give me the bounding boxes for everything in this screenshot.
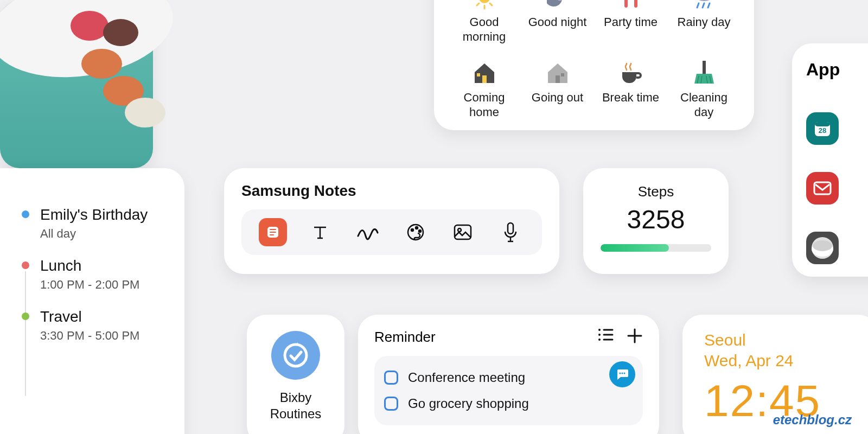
calendar-events-widget[interactable]: Emily's Birthday All day Lunch 1:00 PM -… [0, 168, 184, 434]
routine-coming-home[interactable]: Coming home [450, 60, 518, 119]
broom-icon [691, 60, 717, 86]
svg-rect-12 [624, 0, 628, 8]
routines-widget: Good morning Good night Party time Rainy… [434, 0, 754, 130]
routine-label: Rainy day [678, 15, 731, 29]
routine-going-out[interactable]: Going out [524, 60, 591, 119]
checkbox[interactable] [384, 397, 398, 411]
bixby-label: Bixby Routines [252, 390, 339, 422]
svg-rect-23 [556, 75, 560, 83]
steps-widget[interactable]: Steps 3258 [583, 168, 729, 274]
macaron-image [81, 49, 122, 79]
palette-tool-button[interactable] [401, 218, 430, 246]
event-title: Lunch [40, 257, 139, 275]
routine-label: Coming home [450, 91, 518, 119]
steps-label: Steps [601, 183, 711, 200]
watermark: etechblog.cz [773, 412, 852, 427]
svg-line-11 [477, 3, 479, 5]
routine-rainy-day[interactable]: Rainy day [670, 0, 738, 44]
event-item[interactable]: Emily's Birthday All day [22, 206, 168, 241]
app-panel-title: App [806, 60, 868, 80]
svg-rect-22 [477, 73, 480, 76]
steps-value: 3258 [601, 205, 711, 234]
pen-tool-button[interactable] [354, 218, 382, 246]
event-time: 3:30 PM - 5:00 PM [40, 329, 139, 343]
rain-icon [691, 0, 717, 11]
svg-line-20 [708, 3, 710, 8]
svg-rect-37 [508, 223, 513, 234]
svg-point-39 [598, 329, 601, 331]
routine-label: Cleaning day [670, 91, 738, 119]
clock-date: Wed, Apr 24 [704, 352, 856, 370]
event-item[interactable]: Travel 3:30 PM - 5:00 PM [22, 308, 168, 343]
samsung-notes-widget: Samsung Notes [224, 168, 559, 274]
svg-rect-13 [634, 0, 637, 8]
routine-good-morning[interactable]: Good morning [450, 0, 518, 44]
image-tool-button[interactable] [449, 218, 477, 246]
routine-label: Going out [532, 91, 583, 105]
calendar-app-icon[interactable]: 28 [806, 112, 839, 145]
mail-app-icon[interactable] [806, 172, 839, 205]
svg-point-33 [416, 227, 418, 229]
svg-point-41 [598, 334, 601, 336]
event-dot [22, 210, 29, 218]
macaron-image [71, 11, 108, 41]
svg-line-18 [697, 3, 699, 8]
routine-party-time[interactable]: Party time [597, 0, 665, 44]
svg-rect-24 [561, 73, 564, 76]
routine-label: Good night [528, 15, 587, 29]
routine-break-time[interactable]: Break time [597, 60, 665, 119]
svg-point-36 [458, 228, 461, 232]
svg-point-49 [624, 373, 626, 374]
svg-rect-53 [814, 182, 831, 194]
routine-label: Good morning [450, 15, 518, 44]
event-time: 1:00 PM - 2:00 PM [40, 278, 139, 292]
steps-progress-fill [601, 244, 669, 252]
bixby-routines-widget[interactable]: Bixby Routines [247, 315, 344, 434]
photo-widget[interactable] [0, 0, 153, 168]
event-dot [22, 312, 29, 320]
clock-city: Seoul [704, 331, 856, 349]
svg-point-16 [694, 0, 714, 1]
routine-cleaning-day[interactable]: Cleaning day [670, 60, 738, 119]
sun-icon [471, 0, 497, 11]
svg-point-32 [411, 229, 413, 231]
home-icon [471, 60, 497, 86]
svg-point-34 [419, 230, 421, 232]
reminder-item[interactable]: Conference meeting [384, 365, 633, 391]
event-item[interactable]: Lunch 1:00 PM - 2:00 PM [22, 257, 168, 292]
routine-good-night[interactable]: Good night [524, 0, 591, 44]
party-icon [618, 0, 644, 11]
svg-point-3 [479, 0, 490, 3]
reminder-item[interactable]: Go grocery shopping [384, 391, 633, 417]
notes-toolbar [241, 209, 542, 255]
reminder-text: Go grocery shopping [408, 396, 529, 411]
event-time: All day [40, 227, 148, 241]
list-view-button[interactable] [597, 328, 614, 346]
text-tool-button[interactable] [306, 218, 334, 246]
macaron-image [103, 19, 138, 46]
svg-point-56 [813, 240, 832, 251]
moon-icon [545, 0, 571, 11]
routine-label: Party time [604, 15, 658, 29]
new-note-button[interactable] [259, 218, 287, 246]
routine-label: Break time [602, 91, 659, 105]
chat-button[interactable] [609, 361, 635, 387]
home-out-icon [545, 60, 571, 86]
svg-rect-51 [815, 122, 830, 126]
steps-progress-bar [601, 244, 711, 252]
checkbox[interactable] [384, 371, 398, 385]
svg-line-19 [703, 3, 704, 8]
event-dot [22, 261, 29, 269]
notes-title: Samsung Notes [241, 182, 542, 200]
voice-tool-button[interactable] [496, 218, 525, 246]
add-reminder-button[interactable] [627, 328, 643, 346]
coffee-icon [618, 60, 644, 86]
svg-text:28: 28 [819, 126, 826, 135]
svg-rect-25 [703, 61, 706, 74]
event-title: Travel [40, 308, 139, 326]
reminder-widget: Reminder Conference meeting Go grocery s… [358, 315, 659, 434]
reminder-text: Conference meeting [408, 370, 525, 385]
svg-point-47 [620, 373, 621, 374]
svg-point-38 [285, 344, 307, 366]
browser-app-icon[interactable] [806, 232, 839, 264]
